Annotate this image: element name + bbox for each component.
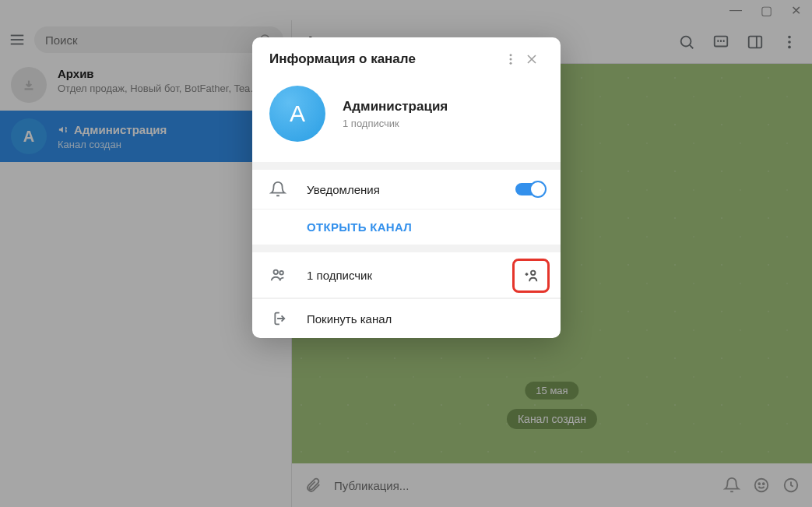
attach-icon[interactable]: [304, 477, 322, 494]
notifications-row[interactable]: Уведомления: [252, 170, 561, 209]
open-channel-row[interactable]: Открыть канал: [252, 209, 561, 245]
svg-point-20: [510, 58, 512, 61]
schedule-icon[interactable]: [782, 477, 800, 494]
bell-icon: [268, 181, 288, 198]
chat-title-text: Администрация: [74, 123, 167, 136]
channel-avatar: А: [269, 86, 325, 142]
leave-channel-row[interactable]: Покинуть канал: [252, 299, 561, 338]
bell-silent-icon[interactable]: [723, 477, 740, 494]
date-separator: 15 мая: [525, 382, 578, 400]
archive-title: Архив: [58, 67, 260, 80]
modal-more-button[interactable]: [503, 52, 518, 66]
channel-subscribers-count: 1 подписчик: [343, 118, 448, 129]
svg-point-14: [788, 45, 791, 48]
people-icon: [268, 266, 288, 283]
svg-point-13: [788, 40, 791, 44]
composer-input[interactable]: [334, 479, 711, 492]
svg-point-7: [681, 36, 691, 46]
svg-point-12: [788, 35, 791, 38]
add-member-button[interactable]: [512, 259, 550, 293]
archive-icon: [11, 67, 47, 103]
megaphone-icon: [58, 124, 69, 136]
minimize-button[interactable]: —: [729, 3, 742, 17]
subscribers-row[interactable]: 1 подписчик: [252, 252, 561, 298]
message-composer[interactable]: [292, 463, 812, 507]
channel-name: Администрация: [343, 99, 448, 114]
svg-point-21: [510, 62, 512, 65]
window-close-button[interactable]: ✕: [791, 3, 801, 18]
leave-icon: [268, 310, 288, 327]
maximize-button[interactable]: ▢: [761, 3, 772, 18]
emoji-icon[interactable]: [753, 477, 770, 494]
archive-subtitle: Отдел продаж, Новый бот, BotFather, Tea…: [58, 83, 260, 94]
svg-rect-6: [25, 88, 33, 90]
window-titlebar: — ▢ ✕: [0, 0, 812, 20]
chat-subtitle: Канал создан: [58, 139, 255, 150]
add-person-icon: [522, 267, 540, 284]
sidepanel-icon[interactable]: [747, 33, 764, 51]
archive-row[interactable]: Архив Отдел продаж, Новый бот, BotFather…: [0, 59, 291, 111]
svg-point-15: [755, 479, 768, 492]
more-icon[interactable]: [781, 33, 798, 51]
channel-info-modal: Информация о канале А Администрация 1 по…: [252, 37, 561, 338]
sidebar: Архив Отдел продаж, Новый бот, BotFather…: [0, 20, 292, 507]
comments-icon[interactable]: [712, 33, 729, 51]
notifications-toggle[interactable]: [515, 183, 545, 195]
svg-point-24: [274, 270, 279, 275]
svg-point-17: [763, 483, 765, 484]
svg-point-25: [279, 271, 283, 275]
leave-channel-label: Покинуть канал: [307, 312, 545, 326]
svg-point-16: [758, 483, 760, 484]
modal-close-button[interactable]: [518, 51, 545, 67]
svg-line-8: [690, 45, 693, 48]
chat-list-item-active[interactable]: А Администрация Канал создан: [0, 111, 291, 162]
search-icon[interactable]: [678, 33, 695, 51]
chat-avatar: А: [11, 118, 47, 154]
service-message: Канал создан: [507, 409, 597, 429]
search-input[interactable]: [34, 26, 283, 53]
svg-point-26: [531, 271, 536, 276]
subscribers-label: 1 подписчик: [307, 269, 545, 282]
svg-rect-10: [749, 36, 762, 48]
modal-title: Информация о канале: [269, 51, 503, 67]
search-field[interactable]: [45, 33, 251, 47]
menu-button[interactable]: [8, 30, 26, 49]
notifications-label: Уведомления: [307, 183, 497, 196]
svg-point-19: [510, 54, 512, 56]
open-channel-label: Открыть канал: [268, 220, 545, 234]
